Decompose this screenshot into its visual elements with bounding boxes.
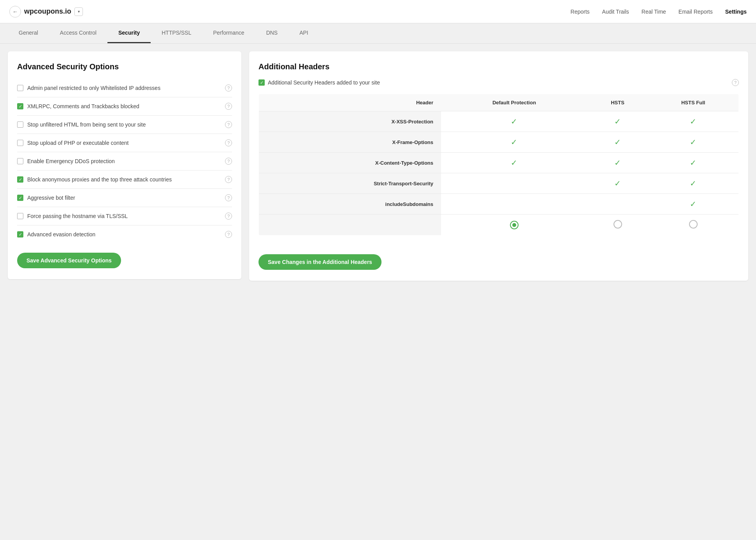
headers-table-body: X-XSS-Protection✓✓✓X-Frame-Options✓✓✓X-C… <box>259 111 739 236</box>
security-option-help-icon[interactable]: ? <box>225 231 232 238</box>
save-additional-headers-button[interactable]: Save Changes in the Additional Headers <box>258 254 382 270</box>
logo-dropdown-button[interactable]: ▾ <box>74 7 83 16</box>
security-option-checkbox-0[interactable] <box>17 85 23 91</box>
security-options-list: Admin panel restricted to only Whitelist… <box>17 79 232 243</box>
top-bar: ← wpcoupons.io ▾ Reports Audit Trails Re… <box>0 0 756 23</box>
security-option-label: Force passing the hostname via TLS/SSL <box>27 213 221 219</box>
radio-hsts-full[interactable] <box>648 215 738 236</box>
check-cell: ✓ <box>648 111 738 132</box>
security-option-help-icon[interactable]: ? <box>225 139 232 146</box>
tab-security[interactable]: Security <box>107 23 151 43</box>
nav-audit-trails[interactable]: Audit Trails <box>602 9 629 15</box>
nav-email-reports[interactable]: Email Reports <box>679 9 713 15</box>
security-option-checkbox-8[interactable] <box>17 231 23 237</box>
nav-real-time[interactable]: Real Time <box>642 9 666 15</box>
checkmark-icon: ✓ <box>690 179 696 188</box>
security-option-row: Stop unfiltered HTML from being sent to … <box>17 116 232 134</box>
radio-hsts-circle[interactable] <box>614 220 622 229</box>
additional-headers-card: Additional Headers Additional Security H… <box>249 51 748 281</box>
checkmark-icon: ✓ <box>690 137 696 147</box>
additional-headers-help-icon[interactable]: ? <box>732 79 739 86</box>
header-cell: X-Frame-Options <box>259 132 441 153</box>
security-option-row: Force passing the hostname via TLS/SSL? <box>17 207 232 225</box>
security-option-help-icon[interactable]: ? <box>225 84 232 91</box>
security-option-row: Stop upload of PHP or executable content… <box>17 134 232 152</box>
tab-access-control[interactable]: Access Control <box>49 23 107 43</box>
security-option-row: XMLRPC, Comments and Trackbacks blocked? <box>17 97 232 116</box>
security-option-checkbox-4[interactable] <box>17 158 23 164</box>
top-nav: Reports Audit Trails Real Time Email Rep… <box>571 9 747 15</box>
table-row: X-Content-Type-Options✓✓✓ <box>259 153 739 173</box>
table-header-row: Header Default Protection HSTS HSTS Full <box>259 94 739 111</box>
back-button[interactable]: ← <box>9 6 21 18</box>
tab-performance[interactable]: Performance <box>202 23 255 43</box>
logo-text: wpcoupons.io <box>24 7 71 16</box>
check-cell: ✓ <box>648 153 738 173</box>
check-cell: ✓ <box>441 111 587 132</box>
additional-headers-checkbox[interactable] <box>258 79 265 86</box>
checkmark-icon: ✓ <box>614 179 621 188</box>
header-cell: X-XSS-Protection <box>259 111 441 132</box>
radio-hsts[interactable] <box>587 215 648 236</box>
security-option-row: Block anonymous proxies and the top thre… <box>17 171 232 189</box>
security-option-label: Advanced evasion detection <box>27 231 221 237</box>
security-option-label: Block anonymous proxies and the top thre… <box>27 176 221 183</box>
radio-row <box>259 215 739 236</box>
col-header: Header <box>259 94 441 111</box>
security-option-checkbox-5[interactable] <box>17 176 23 183</box>
check-cell: ✓ <box>648 194 738 215</box>
check-cell: ✓ <box>587 111 648 132</box>
check-cell <box>587 194 648 215</box>
check-cell <box>441 173 587 194</box>
check-cell: ✓ <box>587 153 648 173</box>
security-option-label: XMLRPC, Comments and Trackbacks blocked <box>27 103 221 109</box>
security-option-help-icon[interactable]: ? <box>225 176 232 183</box>
security-option-checkbox-1[interactable] <box>17 103 23 109</box>
security-option-help-icon[interactable]: ? <box>225 194 232 201</box>
radio-default-circle[interactable] <box>510 221 519 229</box>
security-option-row: Aggressive bot filter? <box>17 189 232 207</box>
additional-headers-title: Additional Headers <box>258 62 739 71</box>
tab-general[interactable]: General <box>8 23 49 43</box>
radio-hsts-full-circle[interactable] <box>689 220 698 229</box>
check-cell: ✓ <box>587 173 648 194</box>
security-option-checkbox-2[interactable] <box>17 121 23 128</box>
header-cell: Strict-Transport-Security <box>259 173 441 194</box>
checkmark-icon: ✓ <box>511 137 517 147</box>
header-cell: includeSubdomains <box>259 194 441 215</box>
security-option-checkbox-7[interactable] <box>17 213 23 219</box>
security-option-help-icon[interactable]: ? <box>225 103 232 110</box>
table-row: X-Frame-Options✓✓✓ <box>259 132 739 153</box>
tab-api[interactable]: API <box>288 23 319 43</box>
security-option-label: Enable Emergency DDoS protection <box>27 158 221 164</box>
checkmark-icon: ✓ <box>614 158 621 167</box>
security-option-help-icon[interactable]: ? <box>225 121 232 128</box>
table-row: Strict-Transport-Security ✓✓ <box>259 173 739 194</box>
nav-reports[interactable]: Reports <box>571 9 590 15</box>
check-cell: ✓ <box>441 132 587 153</box>
headers-table: Header Default Protection HSTS HSTS Full… <box>258 94 739 236</box>
main-content: Advanced Security Options Admin panel re… <box>0 44 756 288</box>
security-option-label: Stop unfiltered HTML from being sent to … <box>27 121 221 128</box>
save-advanced-security-button[interactable]: Save Advanced Security Options <box>17 253 121 268</box>
security-option-row: Enable Emergency DDoS protection? <box>17 152 232 171</box>
radio-default[interactable] <box>441 215 587 236</box>
col-default-protection: Default Protection <box>441 94 587 111</box>
nav-settings[interactable]: Settings <box>725 9 747 15</box>
security-option-help-icon[interactable]: ? <box>225 158 232 165</box>
tab-https-ssl[interactable]: HTTPS/SSL <box>151 23 202 43</box>
check-cell: ✓ <box>648 132 738 153</box>
check-cell: ✓ <box>587 132 648 153</box>
header-cell: X-Content-Type-Options <box>259 153 441 173</box>
col-hsts-full: HSTS Full <box>648 94 738 111</box>
security-option-checkbox-6[interactable] <box>17 195 23 201</box>
checkmark-icon: ✓ <box>690 199 696 209</box>
advanced-security-title: Advanced Security Options <box>17 62 232 71</box>
security-option-label: Stop upload of PHP or executable content <box>27 140 221 146</box>
radio-row-empty <box>259 215 441 236</box>
security-option-help-icon[interactable]: ? <box>225 213 232 220</box>
security-option-checkbox-3[interactable] <box>17 140 23 146</box>
tab-dns[interactable]: DNS <box>255 23 289 43</box>
checkmark-icon: ✓ <box>511 117 517 126</box>
security-option-label: Admin panel restricted to only Whitelist… <box>27 85 221 91</box>
